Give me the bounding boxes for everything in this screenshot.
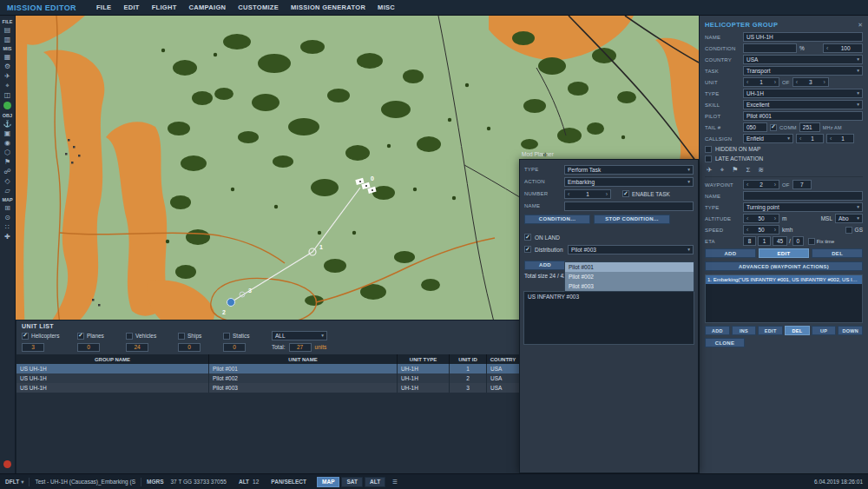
distribution-checkbox[interactable]: ✓: [524, 246, 531, 253]
embark-group-item[interactable]: US INFANTRY #003: [524, 292, 694, 301]
filter-statics[interactable]: Statics: [223, 333, 272, 340]
planes-checkbox[interactable]: ✓: [77, 333, 84, 340]
summary-mode-icon[interactable]: Σ: [746, 166, 750, 174]
action-add-button[interactable]: ADD: [705, 326, 730, 335]
dropdown-option[interactable]: Pilot #003: [565, 281, 694, 291]
coords-format-label[interactable]: MGRS: [147, 479, 164, 485]
eta-day-input[interactable]: 0: [792, 236, 804, 246]
callsign-dropdown[interactable]: Enfield▾: [743, 134, 793, 143]
callsign-position-spinner[interactable]: ‹ 1: [826, 134, 854, 143]
condition-button[interactable]: CONDITION...: [524, 215, 590, 224]
action-up-button[interactable]: UP: [812, 326, 837, 335]
comm-checkbox[interactable]: ✓: [770, 124, 777, 131]
ship-tool-icon[interactable]: ⚓: [1, 119, 15, 129]
aircraft-type-dropdown[interactable]: UH-1H▾: [743, 89, 863, 98]
waypoint-del-button[interactable]: DEL: [812, 248, 863, 258]
route-mode-icon[interactable]: ✈: [707, 166, 713, 174]
waypoint-actions-list[interactable]: 1. Embarking("US INFANTRY #001, US INFAN…: [705, 274, 863, 323]
action-down-button[interactable]: DOWN: [838, 326, 863, 335]
alt-layer-button[interactable]: ALT: [365, 477, 385, 487]
coalition-blue-toggle[interactable]: [3, 102, 11, 109]
menu-mission-generator[interactable]: MISSION GENERATOR: [285, 3, 372, 11]
spinner-increment[interactable]: ›: [773, 226, 778, 234]
on-land-checkbox[interactable]: ✓: [524, 234, 531, 241]
altitude-ref-dropdown[interactable]: Abo▾: [835, 214, 863, 223]
menu-campaign[interactable]: CAMPAIGN: [183, 3, 233, 11]
menu-customize[interactable]: CUSTOMIZE: [232, 3, 285, 11]
col-country[interactable]: COUNTRY: [487, 354, 520, 364]
filter-planes[interactable]: ✓ Planes: [77, 333, 126, 340]
coalition-red-toggle[interactable]: [3, 460, 11, 468]
zone-tool-icon[interactable]: ⬡: [1, 148, 15, 157]
measure-tool-icon[interactable]: ✚: [1, 232, 15, 241]
col-unit-type[interactable]: UNIT TYPE: [398, 354, 450, 364]
new-file-icon[interactable]: ▤: [1, 25, 15, 35]
filter-vehicles[interactable]: Vehicles: [126, 333, 178, 340]
template-tool-icon[interactable]: ◇: [1, 176, 15, 186]
ships-checkbox[interactable]: [178, 333, 185, 340]
clone-button[interactable]: CLONE: [705, 338, 745, 347]
map-layer-button[interactable]: MAP: [317, 477, 339, 487]
eta-hours-input[interactable]: 8: [743, 236, 756, 246]
spinner-increment[interactable]: ›: [773, 78, 778, 86]
action-edit-button[interactable]: EDIT: [758, 326, 783, 335]
waypoint-action-item[interactable]: 1. Embarking("US INFANTRY #001, US INFAN…: [706, 275, 862, 284]
enable-task-checkbox[interactable]: ✓: [622, 190, 629, 197]
flag-tool-icon[interactable]: ⚑: [1, 157, 15, 167]
triggers-mode-icon[interactable]: ⚑: [732, 166, 738, 174]
action-insert-button[interactable]: INS: [732, 326, 757, 335]
close-icon[interactable]: ✕: [858, 22, 863, 29]
spinner-increment[interactable]: ›: [821, 78, 826, 86]
altitude-spinner[interactable]: ‹ 50 ›: [743, 214, 779, 223]
pilot-name-input[interactable]: Pilot #001: [743, 111, 863, 121]
labels-toggle-icon[interactable]: ∷: [1, 222, 15, 232]
country-dropdown[interactable]: USA▾: [743, 55, 863, 64]
dropdown-option[interactable]: Pilot #002: [565, 272, 694, 281]
waypoint-type-dropdown[interactable]: Turning point▾: [743, 202, 863, 212]
distribution-dropdown[interactable]: Pilot #003▾: [568, 245, 694, 254]
spinner-increment[interactable]: ›: [773, 215, 778, 222]
dropdown-option[interactable]: Pilot #001: [565, 262, 694, 272]
save-icon[interactable]: ▦: [1, 52, 15, 62]
col-unit-name[interactable]: UNIT NAME: [209, 354, 398, 364]
unit-table-row[interactable]: US UH-1H Pilot #001 UH-1H 1 USA: [16, 364, 520, 373]
callsign-flight-spinner[interactable]: ‹ 1: [796, 134, 824, 143]
open-file-icon[interactable]: ▥: [1, 35, 15, 44]
speed-spinner[interactable]: ‹ 50 ›: [743, 225, 779, 235]
menu-flight[interactable]: FLIGHT: [146, 3, 183, 11]
eta-seconds-input[interactable]: 45: [773, 236, 787, 246]
menu-misc[interactable]: MISC: [372, 3, 401, 11]
target-mode-icon[interactable]: ⌖: [720, 166, 725, 175]
task-action-dropdown[interactable]: Embarking▾: [564, 177, 694, 187]
menu-icon[interactable]: ☰: [392, 479, 398, 486]
vehicles-checkbox[interactable]: [126, 333, 133, 340]
action-delete-button[interactable]: DEL: [785, 326, 810, 335]
filter-ships[interactable]: Ships: [178, 333, 223, 340]
coalition-filter-dropdown[interactable]: ALL▾: [272, 331, 327, 340]
link-tool-icon[interactable]: ☍: [1, 167, 15, 176]
mouse-mode-label[interactable]: PAN/SELECT: [271, 479, 306, 485]
skill-dropdown[interactable]: Excellent▾: [743, 100, 863, 109]
layers-toggle-icon[interactable]: ⊙: [1, 213, 15, 222]
col-group-name[interactable]: GROUP NAME: [16, 354, 209, 364]
spinner-increment[interactable]: ›: [604, 190, 609, 198]
briefing-icon[interactable]: ◫: [1, 90, 15, 100]
vehicle-tool-icon[interactable]: ▣: [1, 129, 15, 138]
fix-time-checkbox[interactable]: [808, 238, 815, 245]
task-type-dropdown[interactable]: Perform Task▾: [564, 165, 694, 175]
task-name-input[interactable]: [564, 202, 694, 211]
gs-checkbox[interactable]: [845, 227, 852, 234]
target-tool-icon[interactable]: ⌖: [1, 81, 15, 90]
area-tool-icon[interactable]: ▱: [1, 186, 15, 195]
waypoint-index-spinner[interactable]: ‹ 2 ›: [743, 180, 779, 189]
stop-condition-button[interactable]: STOP CONDITION...: [594, 215, 670, 224]
profile-dropdown[interactable]: DFLT: [5, 479, 19, 485]
waypoint-add-button[interactable]: ADD: [705, 248, 756, 258]
comm-frequency-input[interactable]: 251: [799, 122, 820, 132]
menu-edit[interactable]: EDIT: [117, 3, 145, 11]
waypoint-name-input[interactable]: [743, 191, 863, 201]
waypoint-2-marker[interactable]: [227, 299, 235, 307]
grid-toggle-icon[interactable]: ⊞: [1, 203, 15, 213]
filter-helicopters[interactable]: ✓ Helicopters: [22, 333, 77, 340]
radio-mode-icon[interactable]: ≋: [758, 166, 764, 174]
